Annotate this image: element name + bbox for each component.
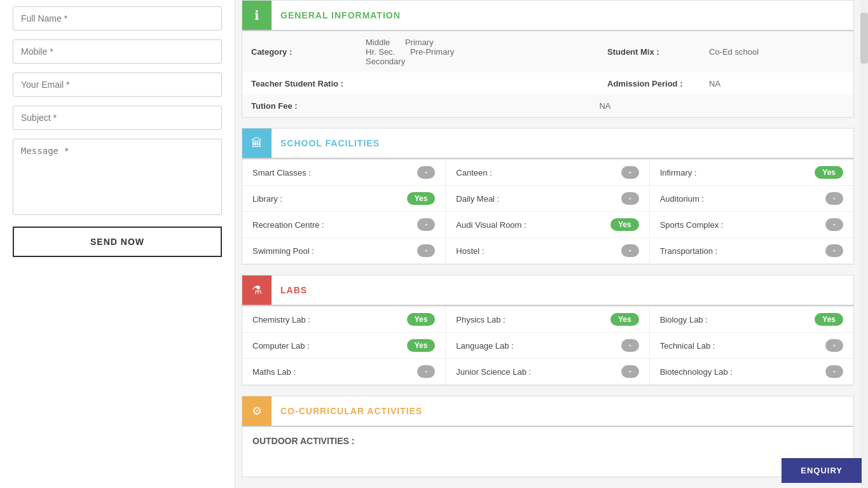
table-row: Tution Fee : NA (242, 95, 853, 117)
facility-label: Audi Visual Room : (456, 220, 526, 230)
lab-item: Biotechnology Lab : - (650, 359, 853, 385)
student-mix-label: Student Mix : (598, 31, 700, 73)
lab-badge: - (621, 339, 639, 352)
labs-icon: ⚗ (242, 275, 272, 305)
lab-label: Junior Science Lab : (456, 367, 531, 377)
lab-badge: Yes (407, 339, 436, 352)
facility-label: Infirmary : (660, 168, 697, 178)
mobile-input[interactable] (13, 39, 222, 64)
lab-label: Chemistry Lab : (252, 315, 310, 324)
lab-item: Biology Lab : Yes (650, 307, 853, 333)
facility-label: Recreation Centre : (252, 220, 324, 230)
facility-badge: - (621, 166, 639, 179)
facility-item: Auditorium : - (650, 186, 853, 212)
facility-item: Canteen : - (446, 160, 649, 186)
facility-item: Swimming Pool : - (242, 238, 446, 264)
left-panel: SEND NOW (0, 0, 235, 488)
facility-badge: - (825, 192, 843, 205)
lab-item: Junior Science Lab : - (446, 359, 649, 385)
facility-item: Infirmary : Yes (650, 160, 853, 186)
facility-item: Daily Meal : - (446, 186, 649, 212)
general-info-table: Category : Middle PrimaryHr. Sec. Pre-Pr… (242, 31, 853, 117)
facilities-icon: 🏛 (242, 129, 272, 158)
lab-item: Computer Lab : Yes (242, 333, 446, 359)
info-icon: ℹ (242, 1, 272, 30)
facility-badge: - (825, 244, 843, 257)
admission-period-value: NA (700, 73, 853, 95)
teacher-ratio-label: Teacher Student Ratio : (242, 73, 357, 95)
general-info-header: ℹ GENERAL INFORMATION (242, 1, 853, 31)
facility-label: Sports Complex : (660, 220, 724, 230)
category-value: Middle PrimaryHr. Sec. Pre-PrimarySecond… (357, 31, 598, 73)
facility-badge: - (621, 192, 639, 205)
lab-item: Maths Lab : - (242, 359, 446, 385)
facility-label: Transportation : (660, 246, 718, 256)
facility-item: Transportation : - (650, 238, 853, 264)
lab-badge: Yes (407, 313, 436, 326)
lab-item: Physics Lab : Yes (446, 307, 649, 333)
facility-item: Recreation Centre : - (242, 212, 446, 238)
cocurricular-icon: ⚙ (242, 396, 272, 426)
lab-badge: Yes (815, 313, 843, 326)
lab-label: Physics Lab : (456, 315, 505, 324)
facility-badge: Yes (610, 218, 639, 231)
scrollbar-track[interactable] (860, 0, 868, 488)
general-information-section: ℹ GENERAL INFORMATION Category : Middle … (242, 0, 854, 118)
outdoor-label: OUTDOOR ACTIVITIES : (242, 427, 853, 451)
subject-input[interactable] (13, 106, 222, 130)
send-now-button[interactable]: SEND NOW (13, 227, 222, 257)
school-facilities-section: 🏛 SCHOOL FACILITIES Smart Classes : -Can… (242, 128, 854, 265)
lab-label: Maths Lab : (252, 367, 296, 377)
facilities-grid: Smart Classes : -Canteen : -Infirmary : … (242, 159, 853, 264)
facility-badge: - (825, 218, 843, 231)
message-input[interactable] (13, 139, 222, 215)
labs-header: ⚗ LABS (242, 275, 853, 306)
lab-badge: Yes (610, 313, 639, 326)
lab-badge: - (825, 365, 843, 378)
fullname-input[interactable] (13, 6, 222, 31)
labs-section: ⚗ LABS Chemistry Lab : YesPhysics Lab : … (242, 275, 854, 386)
labs-title: LABS (272, 285, 307, 295)
cocurricular-header: ⚙ CO-CURRICULAR ACTIVITIES (242, 396, 853, 427)
lab-label: Computer Lab : (252, 341, 310, 351)
facility-badge: - (621, 244, 639, 257)
cocurricular-title: CO-CURRICULAR ACTIVITIES (272, 406, 422, 416)
lab-item: Language Lab : - (446, 333, 649, 359)
lab-item: Technical Lab : - (650, 333, 853, 359)
scrollbar-thumb[interactable] (860, 13, 868, 64)
lab-item: Chemistry Lab : Yes (242, 307, 446, 333)
lab-badge: - (417, 365, 435, 378)
facility-item: Sports Complex : - (650, 212, 853, 238)
facility-badge: - (417, 218, 435, 231)
lab-badge: - (621, 365, 639, 378)
teacher-ratio-value (357, 73, 598, 95)
facility-label: Swimming Pool : (252, 246, 314, 256)
lab-label: Biotechnology Lab : (660, 367, 733, 377)
facility-label: Hostel : (456, 246, 484, 256)
facility-item: Audi Visual Room : Yes (446, 212, 649, 238)
facilities-header: 🏛 SCHOOL FACILITIES (242, 129, 853, 159)
lab-label: Technical Lab : (660, 341, 715, 351)
lab-label: Language Lab : (456, 341, 513, 351)
labs-grid: Chemistry Lab : YesPhysics Lab : YesBiol… (242, 306, 853, 385)
lab-badge: - (825, 339, 843, 352)
facility-badge: - (417, 166, 435, 179)
facility-label: Smart Classes : (252, 168, 311, 178)
facility-badge: - (417, 244, 435, 257)
facility-badge: Yes (815, 166, 843, 179)
tuition-fee-label: Tution Fee : (242, 95, 357, 117)
general-info-title: GENERAL INFORMATION (272, 10, 401, 20)
table-row: Category : Middle PrimaryHr. Sec. Pre-Pr… (242, 31, 853, 73)
email-input[interactable] (13, 73, 222, 97)
enquiry-button[interactable]: ENQUIRY (782, 458, 862, 483)
student-mix-value: Co-Ed school (700, 31, 853, 73)
right-panel: ℹ GENERAL INFORMATION Category : Middle … (235, 0, 860, 488)
facility-label: Auditorium : (660, 194, 704, 204)
facility-label: Library : (252, 194, 282, 204)
cocurricular-section: ⚙ CO-CURRICULAR ACTIVITIES OUTDOOR ACTIV… (242, 396, 854, 477)
table-row: Teacher Student Ratio : Admission Period… (242, 73, 853, 95)
facility-item: Smart Classes : - (242, 160, 446, 186)
admission-period-label: Admission Period : (598, 73, 700, 95)
category-label: Category : (242, 31, 357, 73)
facility-badge: Yes (407, 192, 436, 205)
